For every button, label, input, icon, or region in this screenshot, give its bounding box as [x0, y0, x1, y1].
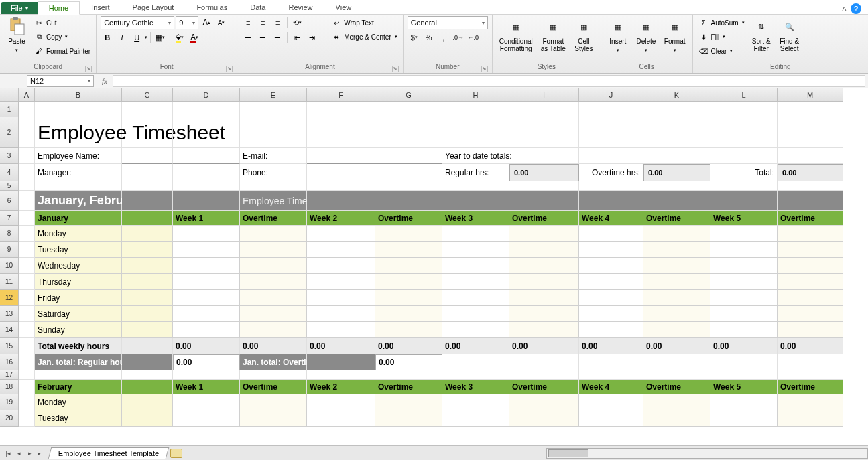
- minimize-ribbon-icon[interactable]: ᐱ: [842, 5, 847, 13]
- indent-icon[interactable]: ⇥: [305, 31, 318, 44]
- cell[interactable]: [19, 164, 35, 181]
- cell[interactable]: [122, 274, 173, 290]
- cell[interactable]: [509, 322, 579, 338]
- cell[interactable]: [778, 148, 843, 164]
- row-header[interactable]: 19: [0, 394, 19, 410]
- col-header[interactable]: A: [19, 88, 35, 102]
- cell[interactable]: January, February, March: [35, 191, 122, 211]
- comma-icon[interactable]: ,: [437, 31, 450, 44]
- cell[interactable]: [122, 410, 173, 427]
- row-header[interactable]: 3: [0, 148, 19, 164]
- cell[interactable]: [173, 148, 240, 164]
- cell[interactable]: [710, 290, 778, 306]
- underline-button[interactable]: U: [130, 31, 143, 44]
- row-header[interactable]: 6: [0, 191, 19, 211]
- cell[interactable]: [442, 242, 509, 258]
- cell[interactable]: [19, 322, 35, 338]
- cell[interactable]: [509, 226, 579, 242]
- cell[interactable]: January: [35, 211, 122, 226]
- cell[interactable]: [509, 394, 579, 410]
- cell[interactable]: Overtime: [643, 211, 710, 226]
- font-color-button[interactable]: A▾: [188, 31, 201, 44]
- cell[interactable]: [442, 290, 509, 306]
- format-painter-button[interactable]: 🖌Format Painter: [32, 44, 92, 58]
- cell[interactable]: [509, 410, 579, 427]
- cell[interactable]: [710, 370, 778, 380]
- cell[interactable]: 0.00: [173, 354, 240, 370]
- cell[interactable]: [122, 380, 173, 394]
- row-header[interactable]: 20: [0, 410, 19, 427]
- cell[interactable]: [442, 191, 509, 211]
- font-name-combo[interactable]: Century Gothic▾: [101, 16, 174, 29]
- conditional-formatting-button[interactable]: ▦Conditional Formatting: [497, 16, 536, 54]
- cell[interactable]: 0.00: [375, 354, 442, 370]
- cell[interactable]: [375, 258, 442, 274]
- cell[interactable]: [778, 370, 843, 380]
- row-header[interactable]: 12: [0, 290, 19, 306]
- cell[interactable]: [375, 410, 442, 427]
- cell[interactable]: 0.00: [240, 338, 307, 354]
- number-format-combo[interactable]: General▾: [408, 16, 488, 29]
- align-right-icon[interactable]: ☰: [271, 31, 284, 44]
- next-sheet-icon[interactable]: ▸: [24, 448, 35, 459]
- cell[interactable]: Manager:: [35, 164, 122, 181]
- cell[interactable]: [307, 258, 375, 274]
- cell[interactable]: [375, 102, 442, 117]
- tab-home[interactable]: Home: [38, 1, 80, 15]
- cell[interactable]: [579, 322, 643, 338]
- cell[interactable]: [710, 394, 778, 410]
- cell[interactable]: [442, 226, 509, 242]
- cell[interactable]: [579, 102, 643, 117]
- cell[interactable]: [442, 274, 509, 290]
- tab-page-layout[interactable]: Page Layout: [121, 1, 186, 14]
- col-header[interactable]: E: [240, 88, 307, 102]
- delete-cells-button[interactable]: ▦Delete▾: [633, 16, 659, 55]
- row-header[interactable]: 1: [0, 102, 19, 117]
- cell[interactable]: [19, 410, 35, 427]
- cell[interactable]: [375, 148, 442, 164]
- cell[interactable]: [19, 102, 35, 117]
- cell[interactable]: [19, 380, 35, 394]
- cell[interactable]: Tuesday: [35, 410, 122, 427]
- cell[interactable]: [778, 274, 843, 290]
- cell[interactable]: [375, 394, 442, 410]
- cell[interactable]: Phone:: [240, 164, 307, 181]
- cell[interactable]: [509, 306, 579, 322]
- cell[interactable]: 0.00: [579, 338, 643, 354]
- cell-styles-button[interactable]: ▦Cell Styles: [571, 16, 597, 54]
- cell[interactable]: [240, 102, 307, 117]
- percent-icon[interactable]: %: [422, 31, 436, 44]
- cell[interactable]: [579, 354, 643, 370]
- cell[interactable]: [643, 274, 710, 290]
- cell[interactable]: [509, 258, 579, 274]
- paste-button[interactable]: Paste▾: [4, 16, 29, 55]
- wrap-text-button[interactable]: ↩Wrap Text: [330, 16, 399, 29]
- cell[interactable]: [778, 102, 843, 117]
- cell[interactable]: [375, 226, 442, 242]
- row-header[interactable]: 5: [0, 181, 19, 191]
- last-sheet-icon[interactable]: ▸|: [35, 448, 46, 459]
- cell[interactable]: Sunday: [35, 322, 122, 338]
- cell[interactable]: [375, 370, 442, 380]
- cell[interactable]: [122, 394, 173, 410]
- cell[interactable]: Week 2: [307, 380, 375, 394]
- cell[interactable]: Tuesday: [35, 242, 122, 258]
- cell[interactable]: [710, 191, 778, 211]
- cell[interactable]: [307, 226, 375, 242]
- cell[interactable]: Employee Timecard: Daily, Weekly, Monthl…: [240, 191, 307, 211]
- cell[interactable]: [643, 322, 710, 338]
- cell[interactable]: E-mail:: [240, 148, 307, 164]
- row-header[interactable]: 13: [0, 306, 19, 322]
- cell[interactable]: [19, 181, 35, 191]
- cell[interactable]: [579, 306, 643, 322]
- cell[interactable]: 0.00: [710, 338, 778, 354]
- cell[interactable]: [509, 117, 579, 148]
- cell[interactable]: [442, 117, 509, 148]
- row-header[interactable]: 10: [0, 258, 19, 274]
- cell[interactable]: 0.00: [375, 338, 442, 354]
- cell[interactable]: [19, 148, 35, 164]
- increase-decimal-icon[interactable]: .0→: [452, 31, 465, 44]
- cell[interactable]: [240, 226, 307, 242]
- new-sheet-button[interactable]: [170, 449, 182, 458]
- currency-icon[interactable]: $▾: [408, 31, 421, 44]
